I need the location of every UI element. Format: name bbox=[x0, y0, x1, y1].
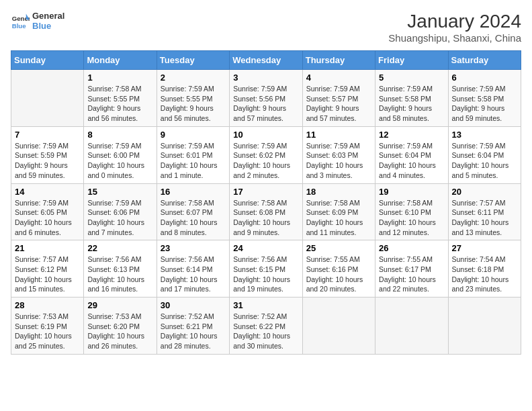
day-info: Sunrise: 7:53 AMSunset: 6:20 PMDaylight:… bbox=[87, 312, 152, 351]
day-number: 23 bbox=[161, 243, 226, 253]
day-info: Sunrise: 7:57 AMSunset: 6:11 PMDaylight:… bbox=[452, 198, 517, 238]
calendar-cell: 29Sunrise: 7:53 AMSunset: 6:20 PMDayligh… bbox=[84, 298, 157, 355]
calendar-cell: 6Sunrise: 7:59 AMSunset: 5:58 PMDaylight… bbox=[448, 70, 521, 127]
day-info: Sunrise: 7:53 AMSunset: 6:19 PMDaylight:… bbox=[15, 312, 80, 351]
header-tuesday: Tuesday bbox=[157, 51, 229, 70]
calendar-cell: 11Sunrise: 7:59 AMSunset: 6:03 PMDayligh… bbox=[302, 126, 375, 183]
calendar-cell: 22Sunrise: 7:56 AMSunset: 6:13 PMDayligh… bbox=[84, 240, 157, 298]
day-number: 22 bbox=[87, 243, 152, 253]
calendar-cell: 18Sunrise: 7:58 AMSunset: 6:09 PMDayligh… bbox=[302, 183, 375, 240]
calendar-subtitle: Shuangshipu, Shaanxi, China bbox=[388, 32, 521, 44]
day-number: 20 bbox=[452, 187, 517, 197]
day-number: 25 bbox=[306, 243, 371, 253]
calendar-cell bbox=[302, 298, 375, 355]
day-info: Sunrise: 7:56 AMSunset: 6:14 PMDaylight:… bbox=[161, 255, 226, 294]
day-info: Sunrise: 7:58 AMSunset: 6:08 PMDaylight:… bbox=[233, 198, 298, 238]
calendar-cell bbox=[11, 70, 84, 127]
calendar-cell: 27Sunrise: 7:54 AMSunset: 6:18 PMDayligh… bbox=[448, 240, 521, 298]
calendar-cell: 19Sunrise: 7:58 AMSunset: 6:10 PMDayligh… bbox=[375, 183, 448, 240]
day-info: Sunrise: 7:59 AMSunset: 6:04 PMDaylight:… bbox=[452, 141, 517, 181]
day-number: 31 bbox=[233, 300, 298, 310]
calendar-cell: 24Sunrise: 7:56 AMSunset: 6:15 PMDayligh… bbox=[230, 240, 302, 298]
page-header: General Blue General Blue January 2024 S… bbox=[11, 11, 521, 44]
day-number: 10 bbox=[233, 130, 298, 140]
day-info: Sunrise: 7:56 AMSunset: 6:15 PMDaylight:… bbox=[233, 255, 298, 294]
calendar-week-row: 28Sunrise: 7:53 AMSunset: 6:19 PMDayligh… bbox=[11, 298, 521, 355]
logo-text-blue: Blue bbox=[32, 21, 64, 31]
logo-icon: General Blue bbox=[11, 11, 30, 30]
day-number: 16 bbox=[161, 187, 226, 197]
day-info: Sunrise: 7:59 AMSunset: 5:58 PMDaylight:… bbox=[452, 84, 517, 124]
day-number: 7 bbox=[15, 130, 80, 140]
calendar-cell: 17Sunrise: 7:58 AMSunset: 6:08 PMDayligh… bbox=[230, 183, 302, 240]
day-info: Sunrise: 7:59 AMSunset: 5:56 PMDaylight:… bbox=[233, 84, 298, 124]
header-monday: Monday bbox=[84, 51, 157, 70]
day-info: Sunrise: 7:59 AMSunset: 6:04 PMDaylight:… bbox=[379, 141, 444, 181]
day-number: 18 bbox=[306, 187, 371, 197]
calendar-week-row: 7Sunrise: 7:59 AMSunset: 5:59 PMDaylight… bbox=[11, 126, 521, 183]
day-number: 14 bbox=[15, 187, 80, 197]
day-info: Sunrise: 7:59 AMSunset: 5:57 PMDaylight:… bbox=[306, 84, 371, 124]
day-info: Sunrise: 7:58 AMSunset: 6:09 PMDaylight:… bbox=[306, 198, 371, 238]
day-number: 6 bbox=[452, 73, 517, 83]
calendar-table: SundayMondayTuesdayWednesdayThursdayFrid… bbox=[11, 50, 521, 355]
title-block: January 2024 Shuangshipu, Shaanxi, China bbox=[388, 11, 521, 44]
day-info: Sunrise: 7:58 AMSunset: 6:10 PMDaylight:… bbox=[379, 198, 444, 238]
day-number: 3 bbox=[233, 73, 298, 83]
calendar-title: January 2024 bbox=[388, 11, 521, 32]
calendar-cell bbox=[448, 298, 521, 355]
day-number: 13 bbox=[452, 130, 517, 140]
day-number: 2 bbox=[161, 73, 226, 83]
day-number: 30 bbox=[161, 300, 226, 310]
day-info: Sunrise: 7:55 AMSunset: 6:17 PMDaylight:… bbox=[379, 255, 444, 294]
day-info: Sunrise: 7:55 AMSunset: 6:16 PMDaylight:… bbox=[306, 255, 371, 294]
logo: General Blue General Blue bbox=[11, 11, 64, 31]
day-number: 17 bbox=[233, 187, 298, 197]
day-info: Sunrise: 7:52 AMSunset: 6:21 PMDaylight:… bbox=[161, 312, 226, 351]
day-info: Sunrise: 7:59 AMSunset: 6:06 PMDaylight:… bbox=[87, 198, 152, 238]
calendar-cell: 7Sunrise: 7:59 AMSunset: 5:59 PMDaylight… bbox=[11, 126, 84, 183]
svg-text:Blue: Blue bbox=[12, 22, 26, 30]
day-info: Sunrise: 7:52 AMSunset: 6:22 PMDaylight:… bbox=[233, 312, 298, 351]
day-number: 28 bbox=[15, 300, 80, 310]
day-number: 21 bbox=[15, 243, 80, 253]
header-friday: Friday bbox=[375, 51, 448, 70]
header-sunday: Sunday bbox=[11, 51, 84, 70]
day-info: Sunrise: 7:57 AMSunset: 6:12 PMDaylight:… bbox=[15, 255, 80, 294]
calendar-cell: 13Sunrise: 7:59 AMSunset: 6:04 PMDayligh… bbox=[448, 126, 521, 183]
day-number: 29 bbox=[87, 300, 152, 310]
day-info: Sunrise: 7:59 AMSunset: 6:03 PMDaylight:… bbox=[306, 141, 371, 181]
calendar-cell: 4Sunrise: 7:59 AMSunset: 5:57 PMDaylight… bbox=[302, 70, 375, 127]
calendar-cell: 14Sunrise: 7:59 AMSunset: 6:05 PMDayligh… bbox=[11, 183, 84, 240]
calendar-cell: 2Sunrise: 7:59 AMSunset: 5:55 PMDaylight… bbox=[157, 70, 229, 127]
calendar-cell: 3Sunrise: 7:59 AMSunset: 5:56 PMDaylight… bbox=[230, 70, 302, 127]
calendar-cell: 15Sunrise: 7:59 AMSunset: 6:06 PMDayligh… bbox=[84, 183, 157, 240]
day-number: 11 bbox=[306, 130, 371, 140]
day-info: Sunrise: 7:58 AMSunset: 6:07 PMDaylight:… bbox=[161, 198, 226, 238]
calendar-cell: 1Sunrise: 7:58 AMSunset: 5:55 PMDaylight… bbox=[84, 70, 157, 127]
calendar-week-row: 21Sunrise: 7:57 AMSunset: 6:12 PMDayligh… bbox=[11, 240, 521, 298]
day-info: Sunrise: 7:58 AMSunset: 5:55 PMDaylight:… bbox=[87, 84, 152, 124]
day-info: Sunrise: 7:59 AMSunset: 6:01 PMDaylight:… bbox=[161, 141, 226, 181]
day-number: 15 bbox=[87, 187, 152, 197]
calendar-cell: 12Sunrise: 7:59 AMSunset: 6:04 PMDayligh… bbox=[375, 126, 448, 183]
calendar-cell: 10Sunrise: 7:59 AMSunset: 6:02 PMDayligh… bbox=[230, 126, 302, 183]
calendar-cell: 23Sunrise: 7:56 AMSunset: 6:14 PMDayligh… bbox=[157, 240, 229, 298]
day-number: 1 bbox=[87, 73, 152, 83]
calendar-cell: 28Sunrise: 7:53 AMSunset: 6:19 PMDayligh… bbox=[11, 298, 84, 355]
calendar-header-row: SundayMondayTuesdayWednesdayThursdayFrid… bbox=[11, 51, 521, 70]
day-info: Sunrise: 7:59 AMSunset: 5:58 PMDaylight:… bbox=[379, 84, 444, 124]
calendar-cell: 26Sunrise: 7:55 AMSunset: 6:17 PMDayligh… bbox=[375, 240, 448, 298]
day-number: 26 bbox=[379, 243, 444, 253]
calendar-cell: 25Sunrise: 7:55 AMSunset: 6:16 PMDayligh… bbox=[302, 240, 375, 298]
calendar-cell: 20Sunrise: 7:57 AMSunset: 6:11 PMDayligh… bbox=[448, 183, 521, 240]
calendar-cell: 31Sunrise: 7:52 AMSunset: 6:22 PMDayligh… bbox=[230, 298, 302, 355]
calendar-cell: 5Sunrise: 7:59 AMSunset: 5:58 PMDaylight… bbox=[375, 70, 448, 127]
day-number: 8 bbox=[87, 130, 152, 140]
day-number: 5 bbox=[379, 73, 444, 83]
header-thursday: Thursday bbox=[302, 51, 375, 70]
calendar-cell bbox=[375, 298, 448, 355]
calendar-cell: 8Sunrise: 7:59 AMSunset: 6:00 PMDaylight… bbox=[84, 126, 157, 183]
calendar-week-row: 1Sunrise: 7:58 AMSunset: 5:55 PMDaylight… bbox=[11, 70, 521, 127]
day-number: 19 bbox=[379, 187, 444, 197]
